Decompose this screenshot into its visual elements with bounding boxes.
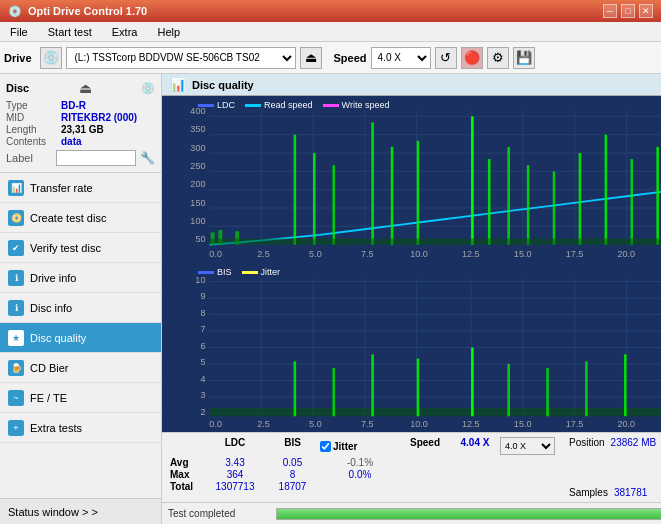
app-title: Opti Drive Control 1.70	[28, 5, 147, 17]
sidebar-item-create-test-disc[interactable]: 📀 Create test disc	[0, 203, 161, 233]
stats-right: Position 23862 MB Samples 381781	[563, 433, 661, 502]
save-button[interactable]: 💾	[513, 47, 535, 69]
menu-extra[interactable]: Extra	[106, 24, 144, 40]
svg-text:0.0: 0.0	[209, 419, 222, 429]
progress-bar-outer	[276, 508, 661, 520]
sidebar-item-fe-te[interactable]: ~ FE / TE	[0, 383, 161, 413]
stats-total-row: Total 1307713 18707	[170, 481, 555, 492]
maximize-button[interactable]: □	[621, 4, 635, 18]
drive-icon: 💿	[40, 47, 62, 69]
legend-writespeed: Write speed	[323, 100, 390, 110]
svg-text:12.5: 12.5	[462, 419, 480, 429]
stats-samples-row: Samples 381781	[569, 487, 661, 498]
svg-rect-104	[332, 368, 335, 416]
progress-label: Test completed	[168, 508, 268, 519]
titlebar-controls[interactable]: ─ □ ✕	[603, 4, 653, 18]
legend-jitter-label: Jitter	[261, 267, 281, 277]
disc-label-edit-icon[interactable]: 🔧	[140, 151, 155, 165]
disc-panel: Disc ⏏ 💿 Type BD-R MID RITEKBR2 (000) Le…	[0, 74, 161, 173]
sidebar-label-disc-info: Disc info	[30, 302, 72, 314]
svg-rect-107	[471, 348, 474, 417]
top-chart-legend: LDC Read speed Write speed	[194, 98, 393, 112]
disc-eject-icon[interactable]: ⏏	[79, 80, 92, 96]
svg-rect-108	[507, 364, 510, 416]
burn-button[interactable]: 🔴	[461, 47, 483, 69]
disc-type-row: Type BD-R	[6, 100, 155, 111]
cd-bier-icon: 🍺	[8, 360, 24, 376]
speed-select[interactable]: 4.0 X	[371, 47, 431, 69]
svg-rect-44	[471, 116, 474, 244]
sidebar-item-disc-quality[interactable]: ★ Disc quality	[0, 323, 161, 353]
stats-col-speed-label: Speed	[400, 437, 450, 455]
stats-speed-select[interactable]: 4.0 X	[500, 437, 555, 455]
menu-start-test[interactable]: Start test	[42, 24, 98, 40]
stats-samples-label: Samples	[569, 487, 608, 498]
stats-max-label: Max	[170, 469, 205, 480]
sidebar-item-disc-info[interactable]: ℹ Disc info	[0, 293, 161, 323]
sidebar-item-cd-bier[interactable]: 🍺 CD Bier	[0, 353, 161, 383]
svg-text:2.5: 2.5	[257, 249, 270, 259]
legend-writespeed-color	[323, 104, 339, 107]
stats-bar: LDC BIS Jitter Speed 4.04 X 4.0 X Avg 3.…	[162, 432, 661, 502]
disc-contents-label: Contents	[6, 136, 61, 147]
status-window-button[interactable]: Status window > >	[0, 498, 161, 524]
stats-max-jitter: 0.0%	[320, 469, 400, 480]
jitter-checkbox[interactable]	[320, 441, 331, 452]
menu-file[interactable]: File	[4, 24, 34, 40]
legend-bis-label: BIS	[217, 267, 232, 277]
menu-help[interactable]: Help	[151, 24, 186, 40]
legend-ldc: LDC	[198, 100, 235, 110]
svg-text:5.0: 5.0	[309, 249, 322, 259]
legend-jitter-color	[242, 271, 258, 274]
drive-info-icon: ℹ	[8, 270, 24, 286]
svg-text:50: 50	[195, 234, 205, 244]
disc-label-label: Label	[6, 152, 52, 164]
svg-text:350: 350	[190, 124, 205, 134]
verify-test-disc-icon: ✔	[8, 240, 24, 256]
disc-type-label: Type	[6, 100, 61, 111]
sidebar-label-extra-tests: Extra tests	[30, 422, 82, 434]
svg-rect-105	[371, 354, 374, 416]
disc-label-input[interactable]	[56, 150, 136, 166]
svg-text:100: 100	[190, 216, 205, 226]
sidebar-item-verify-test-disc[interactable]: ✔ Verify test disc	[0, 233, 161, 263]
sidebar-item-transfer-rate[interactable]: 📊 Transfer rate	[0, 173, 161, 203]
stats-col-ldc: LDC	[205, 437, 265, 455]
disc-mid-value: RITEKBR2 (000)	[61, 112, 137, 123]
fe-te-icon: ~	[8, 390, 24, 406]
minimize-button[interactable]: ─	[603, 4, 617, 18]
stats-total-bis: 18707	[265, 481, 320, 492]
close-button[interactable]: ✕	[639, 4, 653, 18]
stats-samples-value: 381781	[614, 487, 647, 498]
sidebar-item-drive-info[interactable]: ℹ Drive info	[0, 263, 161, 293]
legend-bis: BIS	[198, 267, 232, 277]
svg-text:4: 4	[200, 374, 205, 384]
svg-text:250: 250	[190, 161, 205, 171]
stats-pos-value: 23862 MB	[611, 437, 657, 448]
svg-rect-52	[656, 147, 659, 245]
legend-ldc-label: LDC	[217, 100, 235, 110]
titlebar-left: 💿 Opti Drive Control 1.70	[8, 5, 147, 18]
svg-rect-40	[332, 165, 335, 244]
sidebar-item-extra-tests[interactable]: + Extra tests	[0, 413, 161, 443]
refresh-button[interactable]: ↺	[435, 47, 457, 69]
settings-button[interactable]: ⚙	[487, 47, 509, 69]
svg-text:9: 9	[200, 291, 205, 301]
disc-img-icon: 💿	[141, 82, 155, 95]
eject-button[interactable]: ⏏	[300, 47, 322, 69]
drive-label: Drive	[4, 52, 32, 64]
drive-select[interactable]: (L:) TSSTcorp BDDVDW SE-506CB TS02	[66, 47, 296, 69]
stats-table: LDC BIS Jitter Speed 4.04 X 4.0 X Avg 3.…	[162, 433, 563, 502]
svg-text:150: 150	[190, 198, 205, 208]
svg-text:10.0: 10.0	[410, 249, 428, 259]
stats-avg-label: Avg	[170, 457, 205, 468]
stats-avg-bis: 0.05	[265, 457, 320, 468]
disc-contents-row: Contents data	[6, 136, 155, 147]
stats-col-speed-val: 4.04 X	[450, 437, 500, 455]
svg-text:3: 3	[200, 390, 205, 400]
titlebar: 💿 Opti Drive Control 1.70 ─ □ ✕	[0, 0, 661, 22]
disc-info-icon: ℹ	[8, 300, 24, 316]
sidebar-label-disc-quality: Disc quality	[30, 332, 86, 344]
stats-pos-label: Position	[569, 437, 605, 448]
create-test-disc-icon: 📀	[8, 210, 24, 226]
